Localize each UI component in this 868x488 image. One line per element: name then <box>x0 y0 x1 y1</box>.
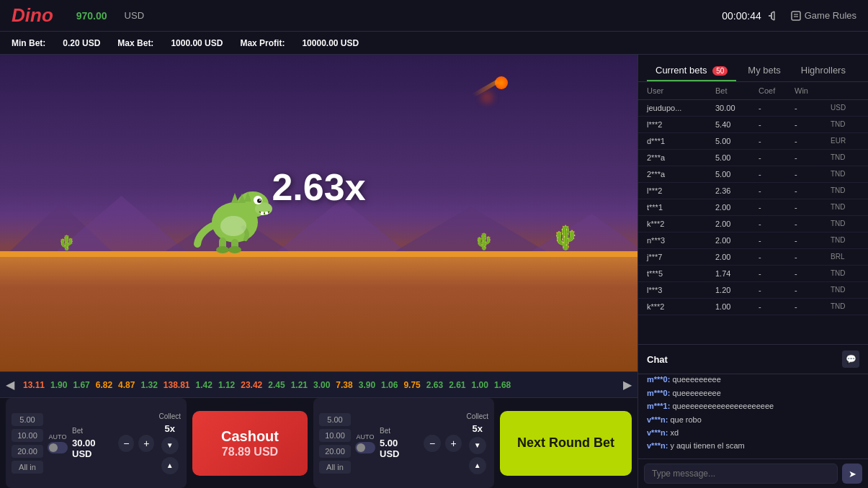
bet-label-2: Bet <box>380 427 419 435</box>
chat-send-button[interactable]: ➤ <box>842 464 862 484</box>
chat-section: Chat 💬 l***y: perdi todo ahorra jajam***… <box>638 344 868 488</box>
bet-increase-2[interactable]: + <box>445 435 462 452</box>
history-item[interactable]: 1.32 <box>140 380 157 390</box>
chat-message: v***n: xd <box>647 428 859 438</box>
history-item[interactable]: 1.42 <box>196 380 212 390</box>
history-item[interactable]: 1.06 <box>381 380 398 390</box>
history-item[interactable]: 23.42 <box>241 380 262 390</box>
history-item[interactable]: 3.90 <box>359 380 375 390</box>
tab-current-bets[interactable]: Current bets 50 <box>647 60 736 81</box>
chat-input[interactable] <box>644 464 838 484</box>
row-currency: BRL <box>831 253 859 261</box>
bet-input-group-2: Bet 5.00 USD <box>380 427 419 459</box>
multiplier: 2.63x <box>272 166 365 209</box>
row-coef: - <box>759 236 795 245</box>
bet-5-btn-2[interactable]: 5.00 <box>319 413 351 426</box>
history-item[interactable]: 1.90 <box>50 380 67 390</box>
history-nav-left[interactable]: ◀ <box>6 378 14 392</box>
history-item[interactable]: 6.82 <box>96 380 112 390</box>
tab-my-bets[interactable]: My bets <box>739 60 789 81</box>
bet-allin-btn-2[interactable]: All in <box>319 461 351 474</box>
row-bet: 2.00 <box>715 236 759 245</box>
bet-5-btn-1[interactable]: 5.00 <box>12 413 43 426</box>
bet-10-btn-1[interactable]: 10.00 <box>12 429 43 442</box>
row-user: d***1 <box>647 137 715 145</box>
collect-decrease-2[interactable]: ▼ <box>469 437 486 454</box>
header: Dino 970.00 USD 00:00:44 Game Rules <box>0 0 868 32</box>
auto-toggle-circle-2[interactable] <box>355 442 375 453</box>
current-bets-badge: 50 <box>712 66 728 76</box>
bet-20-btn-2[interactable]: 20.00 <box>319 445 351 458</box>
cactus-3: 🌵 <box>58 234 76 251</box>
stats-bar: Min Bet: 0.20 USD Max Bet: 1000.00 USD M… <box>0 32 868 55</box>
table-row: 2***a 5.00 - - TND <box>638 150 868 166</box>
bet-increase-1[interactable]: + <box>138 435 154 452</box>
row-coef: - <box>759 137 795 145</box>
sound-icon[interactable] <box>767 10 779 22</box>
table-row: n***3 2.00 - - TND <box>638 232 868 249</box>
table-row: j***7 2.00 - - BRL <box>638 249 868 266</box>
timer-value: 00:00:44 <box>722 10 761 22</box>
game-rules-button[interactable]: Game Rules <box>790 10 856 22</box>
row-bet: 5.00 <box>715 153 759 162</box>
history-item[interactable]: 4.87 <box>118 380 135 390</box>
row-user: jeudupo... <box>647 104 715 112</box>
collect-label-1: Collect <box>158 412 181 420</box>
balance-currency: USD <box>125 10 144 21</box>
row-currency: TND <box>831 170 859 179</box>
row-win: - <box>795 220 831 228</box>
chat-message: m***0: queeeeeeeee <box>647 374 859 385</box>
chat-text: queeeeeeeeeeeeeeeeeeeee <box>672 402 774 410</box>
history-nav-right[interactable]: ▶ <box>623 378 632 392</box>
row-user: l***2 <box>647 120 715 129</box>
svg-point-29 <box>220 216 246 236</box>
collect-increase-2[interactable]: ▲ <box>469 457 486 474</box>
history-item[interactable]: 13.11 <box>23 380 45 390</box>
main-layout: 🌵 🌵 🌵 2.63x <box>0 55 868 488</box>
history-item[interactable]: 2.63 <box>426 380 443 390</box>
history-item[interactable]: 7.38 <box>336 380 352 390</box>
tab-highrollers[interactable]: Highrollers <box>792 60 854 81</box>
svg-rect-21 <box>265 212 268 214</box>
cashout-label: Cashout <box>221 428 279 445</box>
history-item[interactable]: 1.68 <box>494 380 511 390</box>
bet-20-btn-1[interactable]: 20.00 <box>12 445 43 458</box>
row-bet: 1.00 <box>715 302 759 311</box>
bet-decrease-2[interactable]: − <box>424 435 441 452</box>
row-bet: 2.00 <box>715 203 759 212</box>
next-round-bet-button[interactable]: Next Round Bet <box>500 411 632 476</box>
row-win: - <box>795 236 831 245</box>
auto-toggle-1[interactable]: AUTO <box>48 433 68 453</box>
collect-decrease-1[interactable]: ▼ <box>161 437 179 454</box>
bet-decrease-1[interactable]: − <box>118 435 134 452</box>
bet-amounts-2: 5.00 10.00 20.00 All in <box>319 413 351 474</box>
history-item[interactable]: 9.75 <box>403 380 420 390</box>
history-item[interactable]: 1.67 <box>73 380 89 390</box>
history-item[interactable]: 2.45 <box>268 380 285 390</box>
chat-toggle-icon[interactable]: 💬 <box>842 351 859 368</box>
bet-allin-btn-1[interactable]: All in <box>12 461 43 474</box>
history-item[interactable]: 1.21 <box>291 380 308 390</box>
svg-point-28 <box>216 246 229 253</box>
history-item[interactable]: 138.81 <box>164 380 190 390</box>
history-item[interactable]: 1.12 <box>218 380 235 390</box>
cashout-button[interactable]: Cashout 78.89 USD <box>192 411 308 476</box>
auto-toggle-2[interactable]: AUTO <box>355 433 375 453</box>
row-win: - <box>795 120 831 129</box>
collect-increase-1[interactable]: ▲ <box>161 457 179 474</box>
history-item[interactable]: 3.00 <box>313 380 330 390</box>
row-win: - <box>795 203 831 212</box>
row-user: 2***a <box>647 153 715 162</box>
auto-toggle-circle-1[interactable] <box>48 442 68 453</box>
col-user: User <box>647 86 715 95</box>
row-win: - <box>795 170 831 179</box>
row-win: - <box>795 302 831 311</box>
history-item[interactable]: 2.61 <box>449 380 465 390</box>
row-currency: TND <box>831 120 859 129</box>
row-bet: 1.74 <box>715 269 759 278</box>
history-item[interactable]: 1.00 <box>472 380 488 390</box>
row-bet: 5.40 <box>715 120 759 129</box>
max-bet-value: 1000.00 USD <box>171 38 223 48</box>
row-coef: - <box>759 153 795 162</box>
bet-10-btn-2[interactable]: 10.00 <box>319 429 351 442</box>
